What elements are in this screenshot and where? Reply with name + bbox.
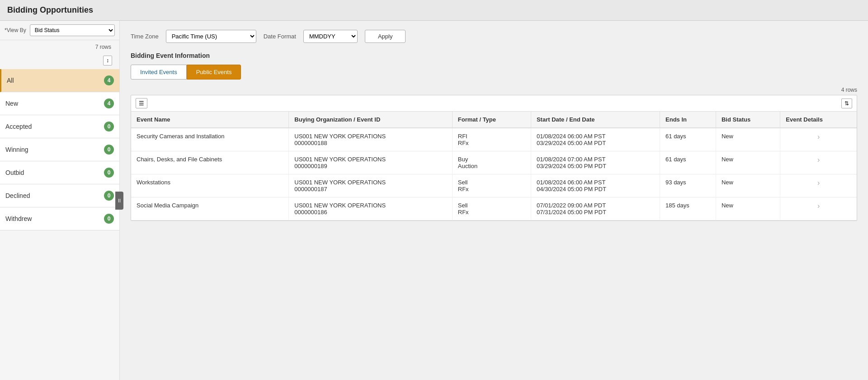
apply-button[interactable]: Apply: [365, 30, 406, 43]
sidebar-item-declined[interactable]: Declined 0: [0, 184, 119, 207]
sidebar-badge-all: 4: [104, 75, 114, 85]
header: Bidding Opportunities: [0, 0, 868, 21]
cell-ends-in: 185 days: [660, 197, 716, 220]
sidebar-items-list: All 4 New 4 Accepted 0 Winning 0 Outbid …: [0, 69, 119, 230]
sidebar-badge-withdrew: 0: [104, 214, 114, 224]
sidebar-item-label-accepted: Accepted: [5, 123, 32, 130]
sidebar-badge-new: 4: [104, 99, 114, 108]
sidebar-item-withdrew[interactable]: Withdrew 0: [0, 207, 119, 230]
cell-event-details[interactable]: ›: [780, 151, 857, 174]
sidebar-item-label-new: New: [5, 100, 18, 107]
cell-event-details[interactable]: ›: [780, 197, 857, 220]
table-toolbar: ☰ ⇅: [131, 95, 857, 112]
cell-buying-org: US001 NEW YORK OPERATIONS0000000188: [289, 128, 452, 151]
sidebar-meta: 7 rows: [0, 40, 119, 54]
sidebar-item-label-withdrew: Withdrew: [5, 215, 32, 222]
cell-ends-in: 61 days: [660, 151, 716, 174]
filter-button[interactable]: ☰: [136, 98, 147, 108]
cell-event-name: Workstations: [131, 174, 289, 197]
col-header-dates: Start Date / End Date: [531, 112, 660, 128]
table-row: Chairs, Desks, and File Cabinets US001 N…: [131, 151, 857, 174]
sidebar-view-controls: *View By Bid Status: [0, 21, 119, 40]
sidebar-badge-winning: 0: [104, 145, 114, 155]
cell-ends-in: 93 days: [660, 174, 716, 197]
table-rows-count: 4 rows: [131, 87, 857, 93]
cell-dates: 01/08/2024 06:00 AM PST04/30/2024 05:00 …: [531, 174, 660, 197]
table-row: Security Cameras and Installation US001 …: [131, 128, 857, 151]
sidebar: *View By Bid Status 7 rows ↕ All 4 New 4…: [0, 21, 120, 380]
cell-format-type: RFIRFx: [452, 128, 531, 151]
sidebar-badge-outbid: 0: [104, 168, 114, 178]
col-header-buying_org: Buying Organization / Event ID: [289, 112, 452, 128]
page-title: Bidding Opportunities: [7, 5, 93, 15]
cell-event-name: Social Media Campaign: [131, 197, 289, 220]
sidebar-item-accepted[interactable]: Accepted 0: [0, 115, 119, 138]
sidebar-badge-accepted: 0: [104, 122, 114, 131]
col-header-ends_in: Ends In: [660, 112, 716, 128]
cell-bid-status: New: [716, 174, 780, 197]
view-by-select[interactable]: Bid Status: [30, 24, 115, 36]
cell-event-name: Chairs, Desks, and File Cabinets: [131, 151, 289, 174]
timezone-label: Time Zone: [131, 33, 159, 40]
col-header-event_name: Event Name: [131, 112, 289, 128]
sidebar-item-all[interactable]: All 4: [0, 69, 119, 92]
view-by-label: *View By: [5, 27, 26, 33]
cell-event-details[interactable]: ›: [780, 128, 857, 151]
cell-buying-org: US001 NEW YORK OPERATIONS0000000187: [289, 174, 452, 197]
cell-dates: 07/01/2022 09:00 AM PDT07/31/2024 05:00 …: [531, 197, 660, 220]
col-header-bid_status: Bid Status: [716, 112, 780, 128]
sidebar-badge-declined: 0: [104, 191, 114, 201]
table-row: Workstations US001 NEW YORK OPERATIONS00…: [131, 174, 857, 197]
events-table: Event NameBuying Organization / Event ID…: [131, 112, 857, 220]
cell-dates: 01/08/2024 07:00 AM PST03/29/2024 05:00 …: [531, 151, 660, 174]
cell-ends-in: 61 days: [660, 128, 716, 151]
sidebar-item-label-winning: Winning: [5, 146, 28, 153]
col-header-format_type: Format / Type: [452, 112, 531, 128]
collapse-handle[interactable]: II: [115, 192, 123, 210]
sidebar-item-new[interactable]: New 4: [0, 92, 119, 115]
table-row: Social Media Campaign US001 NEW YORK OPE…: [131, 197, 857, 220]
cell-format-type: SellRFx: [452, 174, 531, 197]
timezone-select[interactable]: Pacific Time (US): [166, 30, 256, 43]
dateformat-label: Date Format: [264, 33, 296, 40]
table-sort-button[interactable]: ⇅: [841, 99, 852, 108]
toolbar-row: Time Zone Pacific Time (US) Date Format …: [131, 30, 857, 43]
right-content: Time Zone Pacific Time (US) Date Format …: [120, 21, 868, 380]
tabs-container: Invited EventsPublic Events: [131, 65, 857, 80]
sidebar-item-winning[interactable]: Winning 0: [0, 138, 119, 161]
cell-dates: 01/08/2024 06:00 AM PST03/29/2024 05:00 …: [531, 128, 660, 151]
cell-bid-status: New: [716, 197, 780, 220]
col-header-event_details: Event Details: [780, 112, 857, 128]
bidding-section-title: Bidding Event Information: [131, 52, 857, 59]
cell-event-details[interactable]: ›: [780, 174, 857, 197]
dateformat-select[interactable]: MMDDYY: [303, 30, 358, 43]
tab-public[interactable]: Public Events: [187, 65, 241, 80]
cell-format-type: SellRFx: [452, 197, 531, 220]
cell-bid-status: New: [716, 128, 780, 151]
sidebar-sort-button[interactable]: ↕: [103, 56, 112, 66]
main-content: *View By Bid Status 7 rows ↕ All 4 New 4…: [0, 21, 868, 380]
sidebar-item-label-outbid: Outbid: [5, 169, 24, 176]
tab-invited[interactable]: Invited Events: [131, 65, 187, 80]
sidebar-item-label-all: All: [7, 77, 14, 84]
cell-buying-org: US001 NEW YORK OPERATIONS0000000186: [289, 197, 452, 220]
cell-format-type: BuyAuction: [452, 151, 531, 174]
cell-bid-status: New: [716, 151, 780, 174]
sidebar-item-label-declined: Declined: [5, 192, 30, 199]
cell-event-name: Security Cameras and Installation: [131, 128, 289, 151]
cell-buying-org: US001 NEW YORK OPERATIONS0000000189: [289, 151, 452, 174]
sidebar-item-outbid[interactable]: Outbid 0: [0, 161, 119, 184]
table-container: ☰ ⇅ Event NameBuying Organization / Even…: [131, 95, 857, 221]
sidebar-rows-count: 7 rows: [95, 42, 116, 52]
